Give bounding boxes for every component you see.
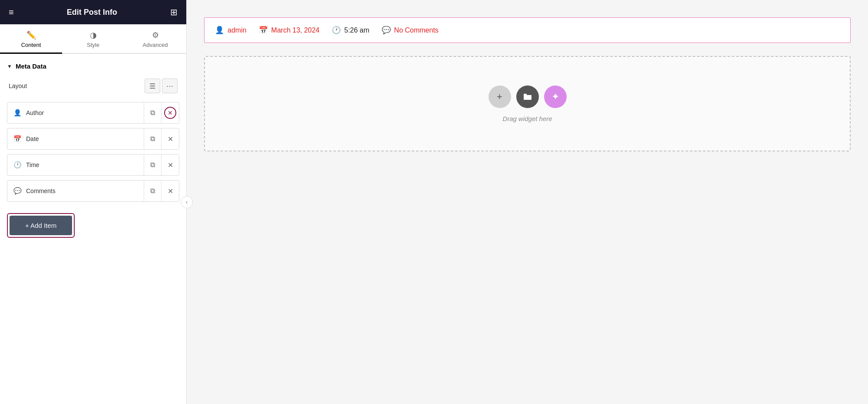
meta-item-time: 🕐 Time ⧉ ✕ bbox=[7, 154, 179, 176]
tab-style[interactable]: ◑ Style bbox=[62, 24, 124, 54]
layout-buttons: ☰ ⋯ bbox=[145, 79, 178, 93]
post-author-value: admin bbox=[228, 26, 247, 34]
comments-icon: 💬 bbox=[13, 187, 22, 195]
post-author-icon: 👤 bbox=[215, 26, 224, 35]
time-remove-btn[interactable]: ✕ bbox=[162, 154, 179, 175]
time-text: Time bbox=[26, 161, 40, 168]
meta-item-date: 📅 Date ⧉ ✕ bbox=[7, 128, 179, 150]
meta-item-author: 👤 Author ⧉ ✕ bbox=[7, 102, 179, 124]
post-info-bar: 👤 admin 📅 March 13, 2024 🕐 5:26 am 💬 No … bbox=[204, 17, 851, 43]
post-time-value: 5:26 am bbox=[344, 26, 370, 34]
folder-widget-btn[interactable] bbox=[516, 85, 539, 108]
time-actions: ⧉ ✕ bbox=[144, 154, 179, 175]
author-actions: ⧉ ✕ bbox=[144, 102, 179, 123]
add-item-button[interactable]: + Add Item bbox=[10, 216, 72, 235]
comments-duplicate-btn[interactable]: ⧉ bbox=[144, 181, 162, 201]
widget-drop-zone: + ✦ Drag widget here bbox=[204, 56, 851, 151]
author-text: Author bbox=[26, 109, 44, 116]
post-info-comments: 💬 No Comments bbox=[382, 26, 439, 35]
page-title: Edit Post Info bbox=[67, 8, 117, 17]
section-meta-data: ▼ Meta Data bbox=[7, 62, 179, 70]
time-label: 🕐 Time bbox=[7, 155, 144, 175]
section-collapse-arrow[interactable]: ▼ bbox=[7, 63, 12, 69]
date-icon: 📅 bbox=[13, 135, 22, 143]
post-date-value: March 13, 2024 bbox=[271, 26, 320, 34]
add-item-container: + Add Item bbox=[7, 213, 75, 238]
time-icon: 🕐 bbox=[13, 161, 22, 169]
ai-widget-btn[interactable]: ✦ bbox=[544, 85, 567, 108]
author-duplicate-btn[interactable]: ⧉ bbox=[144, 102, 162, 123]
tabs-bar: ✏️ Content ◑ Style ⚙ Advanced bbox=[0, 24, 186, 54]
date-text: Date bbox=[26, 135, 39, 142]
main-content: 👤 admin 📅 March 13, 2024 🕐 5:26 am 💬 No … bbox=[187, 0, 868, 404]
date-label: 📅 Date bbox=[7, 129, 144, 149]
advanced-tab-icon: ⚙ bbox=[152, 30, 159, 40]
section-title-label: Meta Data bbox=[16, 62, 46, 70]
comments-text: Comments bbox=[26, 187, 56, 194]
post-info-date: 📅 March 13, 2024 bbox=[259, 26, 320, 35]
post-info-time: 🕐 5:26 am bbox=[332, 26, 370, 35]
tab-content[interactable]: ✏️ Content bbox=[0, 24, 62, 54]
post-date-icon: 📅 bbox=[259, 26, 268, 35]
post-comments-value: No Comments bbox=[394, 26, 439, 34]
date-actions: ⧉ ✕ bbox=[144, 128, 179, 149]
tab-advanced[interactable]: ⚙ Advanced bbox=[124, 24, 186, 54]
widget-action-buttons: + ✦ bbox=[488, 85, 567, 108]
layout-list-btn[interactable]: ☰ bbox=[145, 79, 160, 93]
date-remove-btn[interactable]: ✕ bbox=[162, 128, 179, 149]
date-duplicate-btn[interactable]: ⧉ bbox=[144, 128, 162, 149]
add-widget-btn[interactable]: + bbox=[488, 85, 511, 108]
author-icon: 👤 bbox=[13, 109, 22, 117]
author-label: 👤 Author bbox=[7, 103, 144, 123]
style-tab-icon: ◑ bbox=[90, 30, 97, 40]
comments-label: 💬 Comments bbox=[7, 181, 144, 201]
post-info-author: 👤 admin bbox=[215, 26, 247, 35]
author-close-icon[interactable]: ✕ bbox=[164, 107, 176, 119]
post-time-icon: 🕐 bbox=[332, 26, 341, 35]
post-comments-icon: 💬 bbox=[382, 26, 391, 35]
sidebar-header: ≡ Edit Post Info ⊞ bbox=[0, 0, 186, 24]
collapse-sidebar-btn[interactable]: ‹ bbox=[181, 196, 193, 208]
content-tab-label: Content bbox=[21, 42, 41, 48]
grid-icon[interactable]: ⊞ bbox=[170, 7, 178, 17]
author-remove-btn[interactable]: ✕ bbox=[162, 102, 179, 123]
layout-row: Layout ☰ ⋯ bbox=[7, 79, 179, 93]
layout-label: Layout bbox=[9, 82, 27, 89]
time-duplicate-btn[interactable]: ⧉ bbox=[144, 154, 162, 175]
drag-widget-text: Drag widget here bbox=[502, 115, 552, 122]
layout-more-btn[interactable]: ⋯ bbox=[162, 79, 178, 93]
sidebar: ≡ Edit Post Info ⊞ ✏️ Content ◑ Style ⚙ … bbox=[0, 0, 187, 404]
meta-item-comments: 💬 Comments ⧉ ✕ bbox=[7, 180, 179, 202]
main-wrapper: ‹ 👤 admin 📅 March 13, 2024 🕐 5:26 am 💬 N… bbox=[187, 0, 868, 404]
comments-actions: ⧉ ✕ bbox=[144, 181, 179, 201]
advanced-tab-label: Advanced bbox=[143, 42, 168, 48]
menu-icon[interactable]: ≡ bbox=[9, 7, 14, 17]
style-tab-label: Style bbox=[87, 42, 99, 48]
comments-remove-btn[interactable]: ✕ bbox=[162, 181, 179, 201]
sidebar-body: ▼ Meta Data Layout ☰ ⋯ 👤 Author ⧉ ✕ bbox=[0, 54, 186, 404]
content-tab-icon: ✏️ bbox=[26, 30, 36, 40]
